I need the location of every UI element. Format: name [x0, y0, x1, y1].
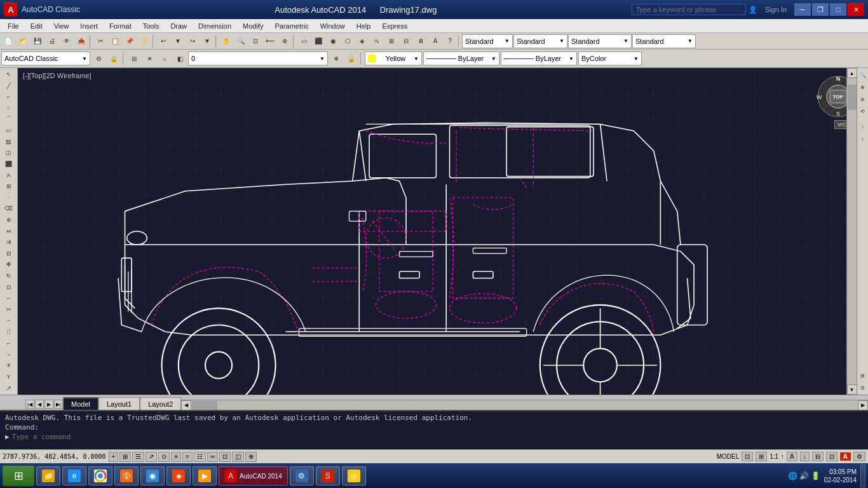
- draw-btn6[interactable]: ∿: [370, 34, 384, 48]
- rt-btn7[interactable]: ⊞: [858, 370, 868, 381]
- rt-btn2[interactable]: ⊕: [858, 81, 868, 93]
- draw-btn2[interactable]: ⬛: [311, 34, 325, 48]
- draw-btn9[interactable]: Ⅲ: [414, 34, 428, 48]
- new-button[interactable]: 📄: [1, 34, 15, 48]
- taskbar-item-sw[interactable]: S: [316, 466, 340, 485]
- ortho-button[interactable]: ☰: [132, 452, 144, 462]
- taskbar-item-ie[interactable]: e: [62, 466, 86, 485]
- command-input[interactable]: [12, 433, 863, 441]
- lt-insert-btn[interactable]: ⊞: [2, 181, 16, 192]
- maximize-button[interactable]: □: [830, 3, 846, 16]
- undo-list-button[interactable]: ▼: [171, 34, 185, 48]
- sc-button[interactable]: ⊕: [245, 452, 257, 462]
- annotate-btn1[interactable]: A: [787, 452, 797, 461]
- lw-button[interactable]: ═: [207, 452, 218, 462]
- taskbar-item-media[interactable]: 🎨: [114, 466, 139, 485]
- lt-mirror-btn[interactable]: ⇔: [2, 226, 16, 236]
- lt-circle-btn[interactable]: ○: [2, 103, 16, 114]
- color-dropdown[interactable]: Yellow ▼: [365, 51, 422, 65]
- taskbar-item-media2[interactable]: ◎: [342, 466, 366, 485]
- h-scroll-thumb[interactable]: [192, 401, 217, 410]
- sign-in-button[interactable]: Sign In: [760, 6, 792, 13]
- menu-parametric[interactable]: Parametric: [269, 21, 313, 31]
- dyn-button[interactable]: ☷: [194, 452, 206, 462]
- layer-props-btn[interactable]: ⊞: [127, 51, 141, 65]
- app-icon[interactable]: A: [4, 3, 18, 17]
- polar-button[interactable]: ↗: [146, 452, 157, 462]
- workspace-dropdown[interactable]: AutoCAD Classic ▼: [1, 51, 90, 65]
- vp-scale-btn[interactable]: ⊞: [756, 452, 767, 461]
- lt-explode-btn[interactable]: ✳: [2, 360, 16, 370]
- layer-dropdown3[interactable]: Standard▼: [568, 34, 632, 48]
- layer-lock-btn[interactable]: 🔓: [344, 51, 358, 65]
- h-scroll-right-button[interactable]: ▶: [858, 400, 868, 410]
- lt-line-btn[interactable]: ╱: [2, 81, 16, 92]
- lt-trim-btn[interactable]: ✂: [2, 304, 16, 315]
- snap-button[interactable]: +: [109, 452, 119, 462]
- qp-button[interactable]: ◫: [232, 452, 244, 462]
- layer-freeze-btn[interactable]: ❄: [329, 51, 343, 65]
- grid-button[interactable]: ⊞: [119, 452, 131, 462]
- taskbar-item-autocad[interactable]: A AutoCAD 2014: [219, 466, 288, 485]
- lt-extend-btn[interactable]: →: [2, 315, 16, 326]
- linetype1-dropdown[interactable]: ────── ByLayer ▼: [423, 51, 499, 65]
- redo-button[interactable]: ↪: [186, 34, 200, 48]
- menu-window[interactable]: Window: [315, 21, 350, 31]
- model-paper-btn[interactable]: ⊡: [742, 452, 753, 461]
- undo-button[interactable]: ↩: [156, 34, 170, 48]
- annotate-btn2[interactable]: ↓: [800, 452, 810, 461]
- rt-btn4[interactable]: ⟲: [858, 105, 868, 117]
- scroll-down-button[interactable]: ▼: [847, 384, 857, 395]
- lt-scale-btn[interactable]: ⊡: [2, 281, 16, 292]
- tab-model[interactable]: Model: [63, 397, 98, 410]
- scroll-track-v[interactable]: [847, 78, 857, 384]
- draw-btn4[interactable]: ⬡: [341, 34, 355, 48]
- time-display[interactable]: 03:05 PM 02-02-2014: [824, 468, 857, 484]
- menu-modify[interactable]: Modify: [238, 21, 268, 31]
- draw-btn5[interactable]: ◈: [355, 34, 369, 48]
- menu-insert[interactable]: Insert: [75, 21, 103, 31]
- draw-btn10[interactable]: A: [428, 34, 442, 48]
- lt-erase-btn[interactable]: ⌫: [2, 203, 16, 214]
- close-button[interactable]: ✕: [848, 3, 864, 16]
- tab-nav-last[interactable]: ▶|: [54, 400, 63, 409]
- lt-polyline-btn[interactable]: ⌐: [2, 92, 16, 102]
- lt-copy-btn[interactable]: ⊕: [2, 215, 16, 226]
- lt-text-btn[interactable]: A: [2, 170, 16, 180]
- open-button[interactable]: 📂: [16, 34, 30, 48]
- lt-break-btn[interactable]: ⌷: [2, 327, 16, 337]
- layer-name-dropdown[interactable]: 0 ▼: [188, 51, 328, 65]
- menu-file[interactable]: File: [3, 21, 24, 31]
- lt-point-btn[interactable]: ·: [2, 193, 16, 203]
- matchprop-button[interactable]: ⚡: [137, 34, 151, 48]
- ducs-button[interactable]: ⌗: [182, 452, 193, 462]
- clean-screen-btn[interactable]: ⊡: [826, 452, 837, 461]
- rt-btn8[interactable]: ⊟: [858, 382, 868, 393]
- osnap-button[interactable]: ⊙: [158, 452, 170, 462]
- zoom-window-button[interactable]: ⊡: [248, 34, 262, 48]
- start-button[interactable]: ⊞: [3, 466, 34, 486]
- draw-btn11[interactable]: ?: [443, 34, 457, 48]
- cut-button[interactable]: ✂: [93, 34, 107, 48]
- paste-button[interactable]: 📌: [123, 34, 137, 48]
- taskbar-item-browser2[interactable]: ◉: [140, 466, 165, 485]
- menu-express[interactable]: Express: [377, 21, 412, 31]
- rt-btn1[interactable]: 🔍: [858, 69, 868, 81]
- statusbar-settings-btn[interactable]: ⚙: [853, 452, 865, 461]
- lt-cursor-btn[interactable]: ↗: [2, 383, 16, 394]
- plot-preview-button[interactable]: 👁: [60, 34, 74, 48]
- menu-help[interactable]: Help: [351, 21, 376, 31]
- draw-btn3[interactable]: ◉: [326, 34, 340, 48]
- show-desktop-button[interactable]: [860, 464, 865, 487]
- menu-edit[interactable]: Edit: [25, 21, 48, 31]
- ws-btn[interactable]: ⊟: [812, 452, 824, 461]
- lt-rect-btn[interactable]: ▭: [2, 125, 16, 136]
- workspace-settings-btn[interactable]: ⚙: [92, 51, 105, 65]
- linetype2-dropdown[interactable]: ────── ByLayer ▼: [501, 51, 577, 65]
- lt-stretch-btn[interactable]: ↔: [2, 293, 16, 304]
- tab-layout2[interactable]: Layout2: [140, 397, 181, 410]
- menu-dimension[interactable]: Dimension: [193, 21, 236, 31]
- zoom-extent-button[interactable]: ⊕: [278, 34, 292, 48]
- save-button[interactable]: 💾: [31, 34, 44, 48]
- tab-layout1[interactable]: Layout1: [98, 397, 140, 410]
